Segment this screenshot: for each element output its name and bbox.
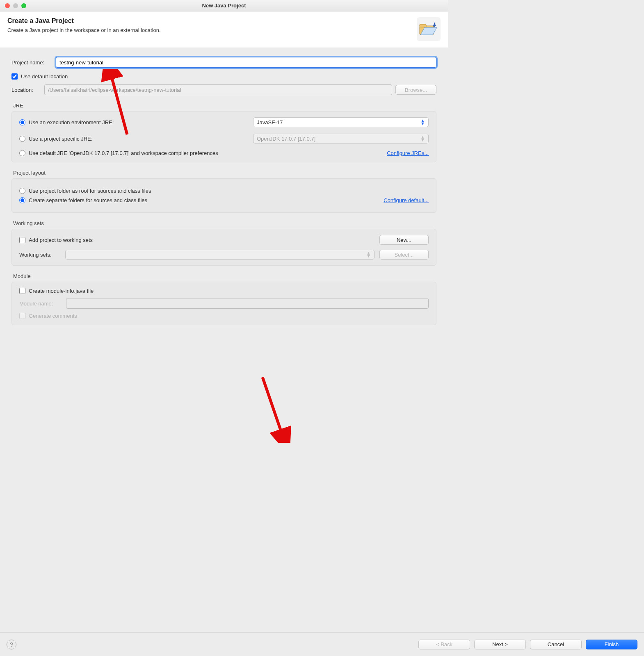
configure-default-link[interactable]: Configure default... bbox=[384, 197, 429, 203]
working-sets-group: Add project to working sets New... Worki… bbox=[11, 229, 436, 266]
jre-group: Use an execution environment JRE: JavaSE… bbox=[11, 111, 436, 162]
module-name-label: Module name: bbox=[19, 301, 62, 307]
jre-project-specific-label: Use a project specific JRE: bbox=[29, 136, 92, 142]
banner: Create a Java Project Create a Java proj… bbox=[0, 11, 448, 48]
svg-rect-1 bbox=[420, 24, 426, 27]
project-name-label: Project name: bbox=[11, 59, 56, 66]
create-module-info-label: Create module-info.java file bbox=[29, 288, 94, 294]
layout-separate-folders-radio[interactable] bbox=[19, 197, 25, 203]
jre-exec-env-select[interactable]: JavaSE-17 ▲▼ bbox=[253, 117, 429, 127]
svg-line-3 bbox=[263, 377, 282, 435]
jre-default-radio[interactable] bbox=[19, 150, 25, 156]
jre-project-specific-radio[interactable] bbox=[19, 136, 25, 142]
generate-comments-label: Generate comments bbox=[29, 313, 77, 319]
folder-java-icon bbox=[417, 17, 441, 41]
browse-button: Browse... bbox=[395, 85, 436, 95]
configure-jres-link[interactable]: Configure JREs... bbox=[387, 150, 429, 156]
add-to-working-sets-label: Add project to working sets bbox=[29, 237, 93, 243]
chevron-updown-icon: ▲▼ bbox=[366, 252, 371, 257]
layout-project-folder-label: Use project folder as root for sources a… bbox=[29, 188, 151, 194]
use-default-location-checkbox[interactable] bbox=[11, 73, 18, 80]
chevron-updown-icon: ▲▼ bbox=[420, 119, 425, 125]
working-sets-group-title: Working sets bbox=[13, 220, 436, 226]
jre-exec-env-value: JavaSE-17 bbox=[257, 119, 283, 125]
layout-project-folder-radio[interactable] bbox=[19, 188, 25, 194]
jre-group-title: JRE bbox=[13, 102, 436, 109]
banner-subheading: Create a Java project in the workspace o… bbox=[7, 27, 161, 33]
layout-group: Use project folder as root for sources a… bbox=[11, 178, 436, 213]
location-input bbox=[44, 84, 392, 95]
layout-group-title: Project layout bbox=[13, 170, 436, 176]
jre-project-specific-select: OpenJDK 17.0.7 [17.0.7] ▲▼ bbox=[253, 134, 429, 144]
working-sets-select: ▲▼ bbox=[65, 250, 375, 260]
module-group: Create module-info.java file Module name… bbox=[11, 282, 436, 325]
module-group-title: Module bbox=[13, 273, 436, 279]
create-module-info-checkbox[interactable] bbox=[19, 288, 25, 294]
project-name-input[interactable] bbox=[56, 57, 436, 68]
jre-exec-env-label: Use an execution environment JRE: bbox=[29, 119, 114, 125]
annotation-arrow-icon bbox=[250, 373, 299, 443]
jre-project-specific-value: OpenJDK 17.0.7 [17.0.7] bbox=[257, 136, 315, 142]
chevron-updown-icon: ▲▼ bbox=[420, 136, 425, 141]
jre-default-label: Use default JRE 'OpenJDK 17.0.7 [17.0.7]… bbox=[29, 150, 218, 156]
new-working-set-button[interactable]: New... bbox=[379, 235, 429, 245]
jre-exec-env-radio[interactable] bbox=[19, 119, 25, 125]
titlebar: New Java Project bbox=[0, 0, 448, 11]
select-working-sets-button: Select... bbox=[379, 250, 429, 260]
banner-heading: Create a Java Project bbox=[7, 17, 161, 25]
use-default-location-label: Use default location bbox=[21, 73, 68, 80]
location-label: Location: bbox=[11, 87, 41, 93]
generate-comments-checkbox bbox=[19, 313, 25, 319]
layout-separate-folders-label: Create separate folders for sources and … bbox=[29, 197, 147, 203]
working-sets-label: Working sets: bbox=[19, 252, 60, 258]
add-to-working-sets-checkbox[interactable] bbox=[19, 237, 25, 243]
window-title: New Java Project bbox=[0, 2, 448, 9]
module-name-input bbox=[66, 298, 429, 309]
